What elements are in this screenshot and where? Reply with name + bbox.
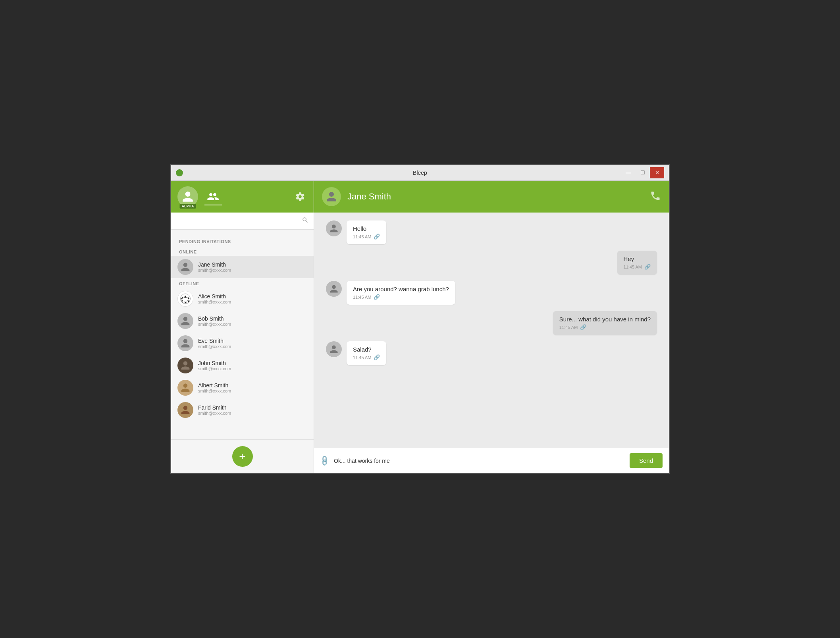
message-input[interactable]: [334, 458, 625, 464]
contact-info-alice: Alice Smith smith@xxxx.com: [198, 293, 231, 304]
contact-name: Eve Smith: [198, 338, 231, 344]
contact-avatar-eve: [177, 335, 193, 351]
traffic-light-icon: [176, 169, 183, 176]
contact-item-alice-smith[interactable]: Alice Smith smith@xxxx.com: [171, 288, 314, 310]
search-icon: [302, 217, 309, 225]
contact-name: Jane Smith: [198, 261, 231, 268]
message-avatar: [326, 220, 342, 236]
attach-link-icon[interactable]: 🔗: [318, 454, 331, 467]
chat-avatar-icon: [326, 191, 337, 203]
send-button[interactable]: Send: [630, 453, 663, 468]
close-button[interactable]: ✕: [650, 167, 664, 178]
message-bubble-outgoing: Hey 11:45 AM 🔗: [617, 251, 657, 275]
user-avatar[interactable]: ALPHA: [177, 186, 198, 207]
contact-info-eve: Eve Smith smith@xxxx.com: [198, 338, 231, 349]
add-contact-button[interactable]: +: [232, 446, 253, 467]
gear-icon: [295, 191, 305, 202]
contact-name: Albert Smith: [198, 382, 231, 389]
search-bar: [171, 213, 314, 230]
title-bar: Bleep — ☐ ✕: [171, 165, 669, 181]
contact-email: smith@xxxx.com: [198, 366, 231, 371]
message-meta: 11:45 AM 🔗: [353, 294, 449, 300]
link-icon: 🔗: [374, 354, 380, 360]
message-bubble-outgoing: Sure... what did you have in mind? 11:45…: [553, 311, 657, 335]
contacts-tab[interactable]: [204, 188, 222, 205]
add-button-container: +: [171, 439, 314, 473]
contact-avatar-john: [177, 358, 193, 373]
message-row: Hello 11:45 AM 🔗: [326, 220, 657, 244]
minimize-button[interactable]: —: [621, 167, 636, 178]
person-icon: [180, 383, 191, 393]
magnifier-icon: [302, 217, 309, 224]
settings-button[interactable]: [293, 189, 307, 204]
contact-name: Farid Smith: [198, 404, 231, 411]
contact-avatar-farid: [177, 402, 193, 418]
message-meta: 11:45 AM 🔗: [624, 264, 651, 270]
contact-info-john: John Smith smith@xxxx.com: [198, 360, 231, 371]
message-avatar: [326, 341, 342, 357]
link-icon: 🔗: [580, 324, 586, 330]
contact-email: smith@xxxx.com: [198, 268, 231, 273]
window-title: Bleep: [413, 170, 427, 176]
messages-area: Hello 11:45 AM 🔗 Hey 11:45 AM 🔗: [314, 213, 669, 448]
contact-avatar-bob: [177, 313, 193, 329]
message-row-outgoing: Hey 11:45 AM 🔗: [326, 251, 657, 275]
call-button[interactable]: [650, 190, 661, 203]
chat-panel: Jane Smith Hello: [314, 181, 669, 473]
person-icon: [180, 338, 191, 348]
link-icon: 🔗: [374, 294, 380, 300]
phone-icon: [650, 190, 661, 201]
user-silhouette-icon: [181, 190, 194, 203]
contact-avatar-alice: [177, 291, 193, 307]
contact-item-bob-smith[interactable]: Bob Smith smith@xxxx.com: [171, 310, 314, 332]
person-icon: [180, 360, 191, 371]
message-meta: 11:45 AM 🔗: [353, 234, 380, 240]
contacts-icon: [207, 191, 220, 202]
message-time: 11:45 AM: [353, 234, 371, 239]
window-controls: — ☐ ✕: [621, 167, 664, 178]
message-avatar: [326, 281, 342, 297]
contact-item-john-smith[interactable]: John Smith smith@xxxx.com: [171, 354, 314, 377]
contact-email: smith@xxxx.com: [198, 344, 231, 349]
chat-contact-avatar: [322, 187, 341, 206]
contact-item-eve-smith[interactable]: Eve Smith smith@xxxx.com: [171, 332, 314, 354]
input-area: 🔗 Send: [314, 448, 669, 473]
chat-header: Jane Smith: [314, 181, 669, 213]
contact-item-jane-smith[interactable]: Jane Smith smith@xxxx.com: [171, 256, 314, 278]
contact-name: Alice Smith: [198, 293, 231, 300]
person-icon: [329, 344, 339, 354]
message-row: Salad? 11:45 AM 🔗: [326, 341, 657, 365]
message-row-outgoing: Sure... what did you have in mind? 11:45…: [326, 311, 657, 335]
contact-info-bob: Bob Smith smith@xxxx.com: [198, 315, 231, 327]
message-bubble: Salad? 11:45 AM 🔗: [347, 341, 386, 365]
pending-section-label: PENDING INVITATIONS: [171, 234, 314, 246]
contact-name: Bob Smith: [198, 315, 231, 322]
contact-info-farid: Farid Smith smith@xxxx.com: [198, 404, 231, 416]
message-text: Salad?: [353, 346, 380, 353]
message-time: 11:45 AM: [624, 265, 642, 269]
soccer-ball-icon: [180, 294, 191, 304]
search-input[interactable]: [176, 218, 299, 224]
main-content: ALPHA: [171, 181, 669, 473]
message-text: Hello: [353, 225, 380, 232]
message-time: 11:45 AM: [559, 325, 578, 330]
contact-email: smith@xxxx.com: [198, 389, 231, 393]
message-text: Are you around? wanna grab lunch?: [353, 286, 449, 292]
message-row: Are you around? wanna grab lunch? 11:45 …: [326, 281, 657, 305]
app-window: Bleep — ☐ ✕ ALPHA: [170, 164, 670, 474]
contact-email: smith@xxxx.com: [198, 300, 231, 304]
contact-item-farid-smith[interactable]: Farid Smith smith@xxxx.com: [171, 399, 314, 421]
message-time: 11:45 AM: [353, 295, 371, 300]
person-icon: [329, 284, 339, 294]
alpha-badge: ALPHA: [180, 204, 196, 209]
maximize-button[interactable]: ☐: [636, 167, 650, 178]
sidebar-header: ALPHA: [171, 181, 314, 213]
contact-item-albert-smith[interactable]: Albert Smith smith@xxxx.com: [171, 377, 314, 399]
link-icon: 🔗: [374, 234, 380, 240]
message-text: Sure... what did you have in mind?: [559, 316, 651, 323]
contact-avatar-jane: [177, 259, 193, 275]
contact-info-jane: Jane Smith smith@xxxx.com: [198, 261, 231, 273]
message-text: Hey: [624, 255, 651, 262]
online-section-label: ONLINE: [171, 246, 314, 256]
contact-name: John Smith: [198, 360, 231, 366]
